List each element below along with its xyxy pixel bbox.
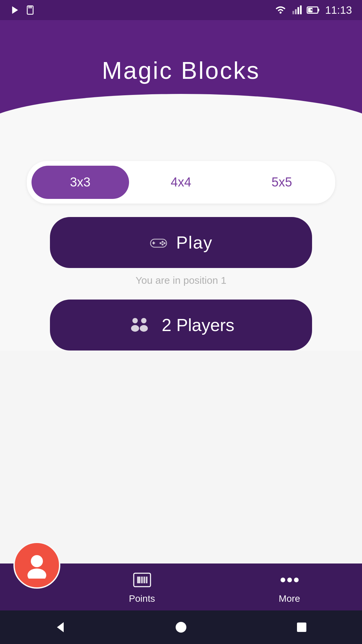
- svg-point-33: [281, 578, 285, 582]
- svg-marker-36: [57, 622, 64, 632]
- battery-icon: [307, 5, 320, 15]
- grid-option-4x4[interactable]: 4x4: [132, 166, 230, 199]
- svg-point-5: [280, 12, 282, 14]
- status-bar: 11:13: [0, 0, 362, 20]
- svg-rect-17: [152, 243, 155, 244]
- svg-point-27: [27, 569, 46, 579]
- svg-rect-31: [143, 577, 145, 583]
- svg-rect-29: [137, 577, 140, 583]
- nav-more[interactable]: More: [279, 570, 300, 604]
- points-icon: [132, 570, 152, 590]
- svg-rect-38: [297, 623, 306, 632]
- time-display: 11:13: [325, 4, 352, 16]
- app-title: Magic Blocks: [102, 57, 260, 84]
- more-icon: [280, 570, 300, 590]
- two-players-label: 2 Players: [162, 315, 235, 335]
- svg-point-19: [164, 242, 166, 244]
- svg-rect-11: [318, 9, 319, 11]
- wifi-icon: [275, 5, 287, 15]
- svg-point-18: [162, 241, 164, 243]
- app-header: Magic Blocks: [0, 20, 362, 134]
- system-nav: [0, 610, 362, 644]
- gamepad-icon: [149, 236, 168, 249]
- two-players-button[interactable]: 2 Players: [50, 300, 312, 351]
- svg-rect-9: [300, 5, 302, 14]
- play-button[interactable]: Play: [50, 217, 312, 268]
- svg-point-21: [160, 242, 162, 244]
- svg-rect-30: [141, 577, 143, 583]
- svg-point-23: [131, 325, 139, 332]
- svg-point-34: [287, 578, 292, 582]
- back-button[interactable]: [50, 617, 70, 637]
- guest-avatar[interactable]: [13, 542, 60, 589]
- status-right-icons: 11:13: [275, 4, 352, 16]
- grid-option-5x5[interactable]: 5x5: [233, 166, 330, 199]
- svg-point-24: [141, 318, 146, 323]
- svg-point-22: [132, 318, 138, 323]
- svg-point-25: [140, 325, 148, 332]
- svg-rect-8: [297, 7, 299, 14]
- status-left-icons: [10, 5, 35, 15]
- svg-rect-7: [295, 9, 297, 14]
- home-button[interactable]: [171, 617, 191, 637]
- home-icon: [174, 621, 188, 634]
- signal-icon: [292, 5, 302, 15]
- people-icon: [128, 317, 151, 333]
- nav-points[interactable]: Points: [129, 570, 155, 604]
- svg-point-26: [31, 555, 43, 567]
- sd-card-icon: [25, 5, 35, 15]
- more-label: More: [279, 593, 300, 604]
- svg-rect-32: [146, 577, 147, 583]
- position-text: You are in position 1: [136, 275, 227, 286]
- play-store-icon: [10, 5, 20, 15]
- guest-icon: [23, 552, 50, 579]
- svg-rect-6: [292, 11, 294, 14]
- svg-point-20: [162, 244, 164, 246]
- svg-marker-0: [12, 6, 18, 14]
- svg-point-37: [176, 622, 186, 633]
- svg-point-35: [294, 578, 299, 582]
- recent-icon: [296, 621, 308, 633]
- grid-option-3x3[interactable]: 3x3: [32, 166, 129, 199]
- points-label: Points: [129, 593, 155, 604]
- recent-button[interactable]: [292, 617, 312, 637]
- grid-selector: 3x3 4x4 5x5: [27, 161, 335, 204]
- back-icon: [54, 621, 67, 634]
- play-label: Play: [176, 232, 213, 253]
- main-content: 3x3 4x4 5x5 Play You are in position 1: [0, 134, 362, 351]
